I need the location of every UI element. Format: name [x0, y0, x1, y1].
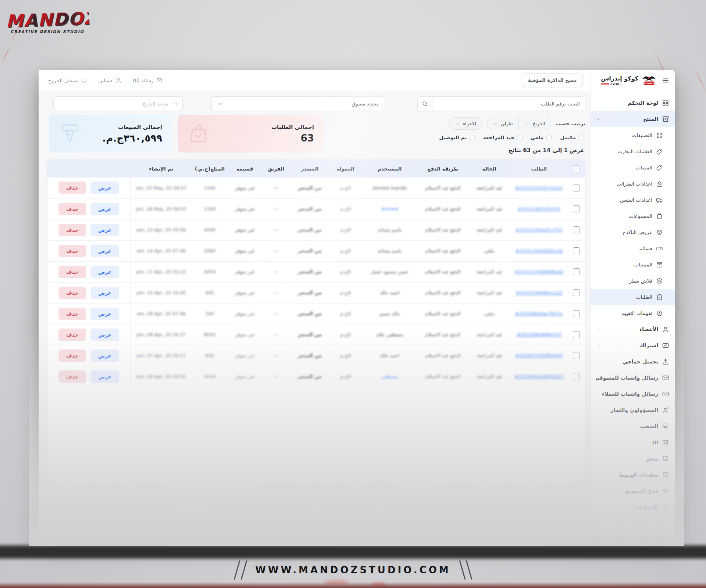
- view-order-button[interactable]: عرض: [90, 329, 119, 341]
- action-select[interactable]: الاجراء: [449, 117, 482, 130]
- clear-cache-button[interactable]: مسح الذاكرة المؤقتة: [522, 74, 583, 87]
- status-value: قيد المراجعة: [477, 374, 502, 379]
- sidebar-item-bulk-upload[interactable]: تحميل جماعي: [591, 354, 675, 370]
- row-checkbox[interactable]: [573, 289, 580, 296]
- sidebar-item-categories[interactable]: التصنيفات: [591, 127, 675, 143]
- row-checkbox[interactable]: [573, 331, 580, 338]
- order-id-value[interactable]: #20251404rBZA124: [516, 248, 563, 254]
- cell-team: ---: [262, 282, 290, 303]
- order-search-input[interactable]: البحث برقم الطلب: [417, 96, 585, 111]
- table-row: #20252304a3CvT47قيد المراجعةالدفع عند ال…: [47, 219, 585, 240]
- sidebar-item-orders[interactable]: الطلبات: [591, 289, 675, 305]
- decor-line: [694, 68, 706, 94]
- cell-actions: عرضحذف: [47, 219, 131, 240]
- sidebar-item-landing-pages[interactable]: صفحات الهبوط: [591, 467, 675, 483]
- row-checkbox[interactable]: [573, 205, 580, 212]
- delete-order-button[interactable]: حذف: [58, 349, 86, 362]
- sidebar-item-flash-sales[interactable]: فلاش سيلز: [591, 273, 675, 289]
- logout-link[interactable]: تسجيل الخروج: [48, 77, 87, 83]
- delete-order-button[interactable]: حذف: [58, 287, 86, 299]
- view-order-button[interactable]: عرض: [90, 308, 119, 320]
- order-id-value[interactable]: #20252305dYnU521: [515, 185, 563, 191]
- sidebar-item-package-offers[interactable]: عروض الباكدج: [591, 224, 675, 240]
- order-id-value[interactable]: #20251004Abrv122: [516, 290, 562, 295]
- order-id-value[interactable]: #20250604LW5Dd25: [514, 374, 564, 379]
- status-radio-3[interactable]: تم التوصيل: [439, 135, 475, 140]
- settings-gear-icon: [662, 503, 669, 511]
- order-id-value[interactable]: #20250904wc7bY11: [515, 311, 563, 316]
- sidebar-item-coupons[interactable]: قسائم: [591, 240, 675, 257]
- view-order-button[interactable]: عرض: [90, 224, 119, 236]
- delete-order-button[interactable]: حذف: [58, 329, 86, 341]
- select-all-checkbox[interactable]: [573, 165, 580, 172]
- row-checkbox[interactable]: [573, 226, 580, 233]
- sidebar-item-withdraw[interactable]: السحب: [591, 418, 675, 434]
- view-order-button[interactable]: عرض: [90, 203, 119, 215]
- status-radio-2[interactable]: قيد المراجعه: [483, 135, 523, 140]
- user-value: مصطفى علام: [376, 332, 403, 337]
- sidebar-item-reviews[interactable]: تقييمات التقييم: [591, 305, 675, 321]
- sidebar-item-whatsapp-customers[interactable]: رسائل واتساب للعملاء: [591, 386, 675, 402]
- sidebar-item-store[interactable]: متجر: [591, 451, 675, 467]
- sidebar-item-brands[interactable]: العلامات التجارية: [591, 143, 675, 159]
- shipping-truck-icon: [656, 197, 663, 204]
- sort-direction-select[interactable]: تنازلي: [487, 117, 519, 130]
- sidebar-item-admins-merchants[interactable]: المسؤولون والتجار: [591, 402, 675, 418]
- sidebar-item-products[interactable]: المنتجات: [591, 257, 675, 273]
- view-order-button[interactable]: عرض: [90, 287, 119, 299]
- row-checkbox[interactable]: [573, 247, 580, 254]
- sidebar-item-marketing-teams[interactable]: فرق التسويق: [591, 483, 675, 499]
- order-id-value[interactable]: #20250804M9rV23: [517, 332, 561, 337]
- source-value: من المتجر: [298, 311, 322, 316]
- sidebar-item-collections[interactable]: المجموعات: [591, 208, 675, 224]
- row-checkbox[interactable]: [573, 268, 580, 275]
- order-id-value[interactable]: #20252304a3CvT47: [515, 227, 563, 233]
- date-picker-input[interactable]: تحديد التاريخ: [53, 96, 183, 111]
- sidebar-item-dashboard[interactable]: لوحة التحكم: [591, 95, 675, 111]
- sidebar-item-members[interactable]: الأعضاء: [591, 321, 675, 337]
- sort-field-select[interactable]: التاريخ: [518, 117, 551, 130]
- sidebar-item-subscription[interactable]: اشتراك: [591, 337, 675, 354]
- row-checkbox[interactable]: [573, 184, 580, 191]
- brand-eagle-icon: KOKOLS: [641, 74, 657, 87]
- sidebar-item-whatsapp-marketers[interactable]: رسائل واتساب للمسوقين: [591, 370, 675, 386]
- messages-link[interactable]: رسالة (0): [133, 77, 163, 83]
- sidebar-item-ui[interactable]: UI: [591, 434, 675, 451]
- sidebar-item-product[interactable]: المنتج: [591, 111, 675, 127]
- sidebar-item-tax-settings[interactable]: اعدادات الضرائب: [591, 176, 675, 192]
- hamburger-menu-icon[interactable]: [662, 76, 670, 85]
- delete-order-button[interactable]: حذف: [58, 182, 86, 194]
- sidebar-item-settings[interactable]: الإعدادات: [591, 499, 675, 515]
- order-id-value[interactable]: #20251104b6M9u42: [515, 269, 564, 275]
- status-value: قيد المراجعة: [477, 290, 502, 295]
- sidebar-item-attributes[interactable]: السمات: [591, 159, 675, 176]
- delete-order-button[interactable]: حذف: [58, 245, 86, 257]
- view-order-button[interactable]: عرض: [90, 245, 119, 257]
- view-order-button[interactable]: عرض: [90, 370, 119, 383]
- order-id-value[interactable]: #20251805rPsF52: [518, 206, 560, 212]
- brand-logo[interactable]: KOKOLS كوكو إندراس com.: [601, 74, 657, 87]
- status-radio-1[interactable]: ملغي: [531, 135, 552, 140]
- row-checkbox[interactable]: [573, 373, 580, 380]
- view-order-button[interactable]: عرض: [90, 349, 119, 362]
- decor-slash: [459, 560, 465, 580]
- delete-order-button[interactable]: حذف: [58, 308, 86, 320]
- delete-order-button[interactable]: حذف: [58, 266, 86, 278]
- delete-order-button[interactable]: حذف: [58, 370, 86, 383]
- coupon-ticket-icon: [656, 245, 663, 252]
- cell-actions: عرضحذف: [47, 261, 131, 282]
- account-link[interactable]: حسابى: [98, 77, 122, 83]
- cell-created-at: pm, 08 Apr, 25 04:37: [131, 324, 192, 345]
- view-order-button[interactable]: عرض: [90, 182, 119, 194]
- order-id-value[interactable]: #20250704DfRD643: [515, 353, 563, 358]
- marketer-select[interactable]: تحديد مسوق: [211, 96, 384, 111]
- row-checkbox[interactable]: [573, 310, 580, 317]
- sidebar-item-shipping-settings[interactable]: اعدادات الشحن: [591, 192, 675, 208]
- source-value: من المتجر: [298, 374, 322, 379]
- sidebar-menu: لوحة التحكمالمنتجالتصنيفاتالعلامات التجا…: [591, 91, 675, 515]
- status-radio-0[interactable]: مكتمل: [560, 135, 584, 140]
- view-order-button[interactable]: عرض: [90, 266, 119, 278]
- delete-order-button[interactable]: حذف: [58, 203, 86, 215]
- delete-order-button[interactable]: حذف: [58, 224, 86, 236]
- row-checkbox[interactable]: [573, 352, 580, 359]
